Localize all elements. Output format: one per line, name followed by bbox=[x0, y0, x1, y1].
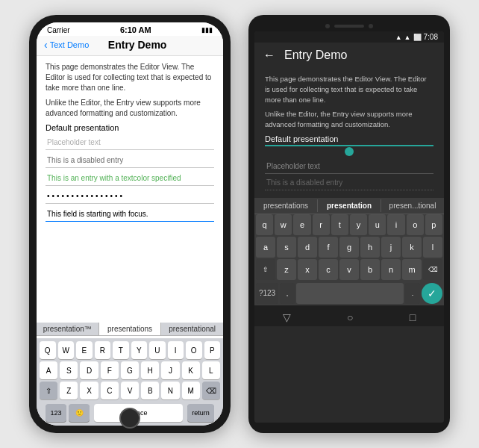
ios-key-y[interactable]: Y bbox=[131, 341, 148, 359]
ios-back-button[interactable]: ‹ Text Demo bbox=[44, 39, 89, 51]
android-key-j[interactable]: j bbox=[381, 237, 401, 258]
android-key-w[interactable]: w bbox=[275, 214, 292, 235]
android-key-y[interactable]: y bbox=[350, 214, 367, 235]
ios-description1: This page demonstrates the Editor View. … bbox=[46, 62, 214, 93]
ios-key-z[interactable]: Z bbox=[60, 382, 78, 399]
android-autocomplete-item-1[interactable]: presentation bbox=[318, 199, 381, 212]
android-key-period[interactable]: . bbox=[405, 283, 420, 304]
ios-battery-icon: ▮▮▮ bbox=[201, 26, 213, 34]
android-key-v[interactable]: v bbox=[339, 259, 359, 280]
android-key-z[interactable]: z bbox=[277, 259, 296, 280]
ios-key-x[interactable]: X bbox=[80, 382, 98, 399]
android-back-button[interactable]: ← bbox=[263, 49, 275, 62]
android-key-q[interactable]: q bbox=[256, 214, 273, 235]
ios-key-l[interactable]: L bbox=[202, 361, 220, 379]
android-key-enter[interactable]: ✓ bbox=[422, 283, 442, 304]
android-placeholder-field[interactable]: Placeholder text bbox=[265, 159, 433, 174]
android-key-i[interactable]: i bbox=[387, 214, 404, 235]
android-key-b[interactable]: b bbox=[360, 259, 380, 280]
android-key-s[interactable]: s bbox=[277, 237, 296, 258]
android-key-r[interactable]: r bbox=[313, 214, 330, 235]
android-autocomplete-item-0[interactable]: presentations bbox=[254, 199, 318, 212]
android-section-title: Default presentation bbox=[265, 134, 433, 143]
android-speaker bbox=[334, 25, 364, 28]
ios-key-f[interactable]: F bbox=[101, 361, 119, 379]
android-key-n[interactable]: n bbox=[381, 259, 401, 280]
android-content: This page demonstrates the Editor View. … bbox=[254, 68, 444, 423]
android-key-o[interactable]: o bbox=[407, 214, 424, 235]
ios-colored-field[interactable]: This is an entry with a textcolor specif… bbox=[46, 171, 214, 186]
ios-key-u[interactable]: U bbox=[149, 341, 166, 359]
ios-key-delete[interactable]: ⌫ bbox=[202, 382, 220, 399]
android-wifi-icon: ▲ bbox=[395, 34, 402, 41]
ios-key-w[interactable]: W bbox=[58, 341, 75, 359]
ios-key-n[interactable]: N bbox=[161, 382, 179, 399]
ios-focus-field[interactable]: This field is starting with focus. bbox=[46, 207, 214, 222]
android-autocomplete-item-2[interactable]: presen...tional bbox=[381, 199, 444, 212]
ios-key-i[interactable]: I bbox=[168, 341, 184, 359]
ios-key-a[interactable]: A bbox=[40, 361, 57, 379]
ios-carrier: Carrier bbox=[47, 26, 70, 34]
ios-key-p[interactable]: P bbox=[204, 341, 221, 359]
android-key-l[interactable]: l bbox=[423, 237, 442, 258]
ios-key-s[interactable]: S bbox=[60, 361, 78, 379]
android-key-g[interactable]: g bbox=[339, 237, 359, 258]
ios-autocomplete-item-0[interactable]: presentation™ bbox=[37, 323, 99, 335]
android-description1: This page demonstrates the Editor View. … bbox=[265, 74, 433, 105]
android-key-comma[interactable]: , bbox=[280, 283, 295, 304]
android-key-a[interactable]: a bbox=[256, 237, 275, 258]
android-screen: ▲ ▲ ⬜ 7:08 ← Entry Demo This page demons… bbox=[254, 31, 444, 423]
ios-key-k[interactable]: K bbox=[182, 361, 200, 379]
android-camera bbox=[325, 24, 330, 28]
ios-key-o[interactable]: O bbox=[186, 341, 202, 359]
ios-key-b[interactable]: B bbox=[141, 382, 159, 399]
ios-key-return[interactable]: return bbox=[187, 404, 214, 422]
android-nav-back[interactable]: ▽ bbox=[277, 310, 297, 325]
ios-key-shift[interactable]: ⇧ bbox=[40, 382, 57, 399]
ios-key-d[interactable]: D bbox=[80, 361, 98, 379]
android-key-p[interactable]: p bbox=[425, 214, 442, 235]
android-key-d[interactable]: d bbox=[298, 237, 317, 258]
ios-password-field[interactable]: •••••••••••••••• bbox=[46, 189, 214, 204]
android-key-e[interactable]: e bbox=[293, 214, 310, 235]
ios-key-123[interactable]: 123 bbox=[46, 404, 66, 422]
ios-key-r[interactable]: R bbox=[95, 341, 111, 359]
android-key-space[interactable] bbox=[296, 283, 404, 304]
ios-key-g[interactable]: G bbox=[121, 361, 139, 379]
android-nav-home[interactable]: ○ bbox=[341, 310, 359, 325]
ios-key-t[interactable]: T bbox=[113, 341, 129, 359]
android-nav-recent[interactable]: □ bbox=[404, 310, 422, 325]
ios-key-v[interactable]: V bbox=[121, 382, 139, 399]
android-key-m[interactable]: m bbox=[402, 259, 422, 280]
ios-key-j[interactable]: J bbox=[161, 361, 179, 379]
ios-key-emoji[interactable]: 🙂 bbox=[69, 404, 90, 422]
ios-key-m[interactable]: M bbox=[182, 382, 200, 399]
ios-key-row-3: ⇧ Z X C V B N M ⌫ bbox=[40, 382, 220, 399]
ios-autocomplete-item-1[interactable]: presentations bbox=[99, 323, 162, 335]
ios-autocomplete-item-2[interactable]: presentational bbox=[161, 323, 223, 335]
ios-key-h[interactable]: H bbox=[141, 361, 159, 379]
android-key-t[interactable]: t bbox=[331, 214, 348, 235]
android-key-x[interactable]: x bbox=[298, 259, 317, 280]
android-cursor-dot bbox=[345, 147, 354, 156]
android-key-u[interactable]: u bbox=[369, 214, 386, 235]
android-top-bar bbox=[254, 21, 444, 31]
ios-autocomplete-bar: presentation™ presentations presentation… bbox=[37, 323, 223, 336]
ios-section-title: Default presentation bbox=[46, 123, 214, 132]
android-camera-2 bbox=[369, 24, 373, 28]
android-key-c[interactable]: c bbox=[319, 259, 338, 280]
android-key-shift[interactable]: ⇧ bbox=[256, 259, 275, 280]
ios-key-e[interactable]: E bbox=[76, 341, 93, 359]
ios-key-c[interactable]: C bbox=[101, 382, 119, 399]
android-key-k[interactable]: k bbox=[402, 237, 422, 258]
android-key-num[interactable]: ?123 bbox=[256, 283, 278, 304]
android-key-h[interactable]: h bbox=[360, 237, 380, 258]
android-key-delete[interactable]: ⌫ bbox=[423, 259, 442, 280]
ios-placeholder-field[interactable]: Placeholder text bbox=[46, 135, 214, 150]
ios-home-button[interactable] bbox=[119, 408, 140, 429]
android-nav-bar: ← Entry Demo bbox=[254, 43, 444, 68]
ios-key-q[interactable]: Q bbox=[40, 341, 56, 359]
android-underline bbox=[265, 145, 433, 146]
android-key-f[interactable]: f bbox=[319, 237, 338, 258]
android-keyboard: q w e r t y u i o p a s d f g h bbox=[254, 214, 444, 305]
